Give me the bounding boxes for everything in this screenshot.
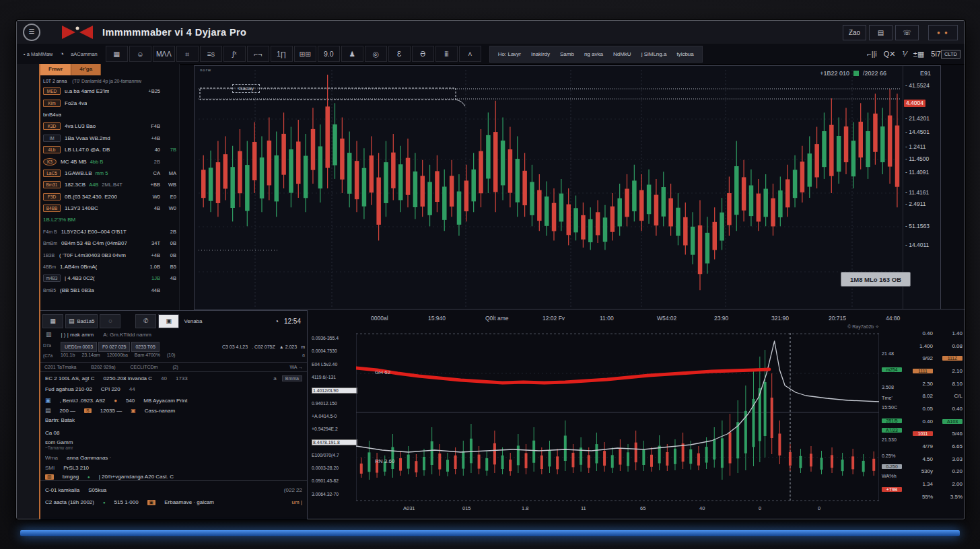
quote-a-row-9[interactable]: 4/79 (908, 440, 934, 453)
toolbar-icon-4[interactable]: ≡s (200, 46, 222, 62)
symbol-row-7[interactable]: LaC51GAWB.LBmm 5CAMA (40, 168, 179, 179)
symbol-row-9[interactable]: F3D0B.(03 342.430. E200W0E0 (40, 191, 179, 203)
toolbar-icon-15[interactable]: ˄ (459, 46, 481, 62)
quote-a-row-11[interactable]: 530y (908, 466, 934, 478)
symbol-row-14[interactable]: 1B3B( 'T0F L4m30403 0B3 04vm+4B0B (40, 249, 179, 260)
ob-info-button[interactable]: 1M8 MLo 163 OB (841, 272, 911, 287)
symbol-row-6[interactable]: K3MC 4B MB4bb B2B (40, 155, 179, 167)
quote-a-row-10[interactable]: 4.50 (908, 453, 934, 466)
quote-a-row-8[interactable]: 1011 (908, 428, 934, 441)
menu-item-0[interactable]: Ho: Lavyr (498, 51, 521, 57)
white-square-button[interactable]: ▣ (158, 314, 179, 328)
menu-item-6[interactable]: tylcbua (676, 51, 693, 57)
menu-item-3[interactable]: ng avka (584, 51, 603, 57)
toolbar-right-icon-1[interactable]: Q✕ (884, 50, 896, 59)
symbol-row-1[interactable]: KimFo2a 4va (40, 97, 179, 108)
quote-a-row-7[interactable]: 0.40 (908, 415, 934, 428)
toolbar-icon-11[interactable]: ◎ (365, 46, 387, 62)
toolbar-left-icon[interactable]: ◔ (60, 50, 65, 58)
toolbar-icon-10[interactable]: ♟ (341, 46, 363, 62)
symbol-row-4[interactable]: IM1Ba Vvaa WB.2md+4B (40, 133, 179, 144)
toolbar-icon-14[interactable]: ⅲ (435, 46, 458, 62)
quote-b-row-10[interactable]: 3.03 (938, 453, 964, 466)
symbol-row-15[interactable]: 4BBm1.AB4m 0BmA(1.0BB5 (40, 261, 179, 272)
quote-b-row-5[interactable]: C/L (938, 390, 964, 402)
table-view-button[interactable]: ▤Bad1a5 (65, 314, 98, 328)
tab-symbols[interactable]: Fmwr (40, 64, 71, 75)
symbol-row-16[interactable]: m4B3| 4.4B3 0C2(1JB4B (40, 272, 179, 284)
window-dots-button[interactable]: ● ● (928, 25, 958, 40)
toolbar-icon-1[interactable]: ☺ (129, 46, 151, 62)
terminal-text: ● (114, 398, 117, 404)
toolbar-icon-9[interactable]: 9.0 (318, 46, 340, 62)
window-button-1[interactable]: Ƶao (843, 25, 866, 40)
quote-b-row-4[interactable]: 8.10 (938, 377, 964, 390)
quote-b-row-8[interactable]: 5/46 (938, 428, 964, 441)
symbol-row-2[interactable]: bnB4va (40, 109, 179, 120)
quote-b-row-1[interactable]: 0.08 (938, 340, 964, 353)
candlestick-chart-canvas[interactable] (199, 70, 901, 307)
toolbar-icon-5[interactable]: ∫ˣ (223, 46, 246, 62)
toolbar-icon-13[interactable]: Ә (412, 46, 434, 62)
quote-b-row-6[interactable]: 0.40 (938, 402, 964, 415)
toolbar-right-icon-2[interactable]: ⅟ (903, 50, 907, 59)
tab-tick[interactable]: 4r'ga (71, 64, 101, 75)
quote-b-row-0[interactable]: 1.40 (938, 327, 964, 340)
window-button-3[interactable]: ☏ (895, 25, 919, 40)
symbol-row-12[interactable]: F4m B1L5Y2C4J E00--004 O'B1T2B (40, 226, 179, 237)
symbol-row-11[interactable]: 1B.L2'3% BM (40, 214, 179, 225)
quote-b-row-7[interactable]: A103 (938, 415, 964, 428)
quote-a-row-13[interactable]: 55% (908, 490, 934, 503)
quote-a-row-12[interactable]: 1.34 (908, 478, 934, 490)
quote-a-row-1[interactable]: 1.400 (908, 340, 934, 353)
toolbar-right-icon-3[interactable]: ±▦ (913, 50, 924, 59)
quote-b-row-12[interactable]: 2.00 (938, 478, 964, 490)
toolbar-icon-6[interactable]: ⌐¬ (247, 46, 269, 62)
secondary-left-label-9: E100/070(4.7 (312, 453, 355, 458)
circle-button[interactable]: ◌ (100, 314, 120, 328)
toolbar-right-icon-0[interactable]: ⌐||i (867, 50, 877, 58)
quote-b-row-3[interactable]: 2.10 (938, 365, 964, 377)
quote-a-row-2[interactable]: 9/92 (908, 352, 934, 365)
symbol-row-8[interactable]: Bm31182.3CBA4B2ML.B4T+BBWB (40, 179, 179, 190)
menu-item-4[interactable]: NdMkU (613, 51, 631, 57)
quote-a-row-6[interactable]: 0.05 (908, 402, 934, 415)
hamburger-menu-icon[interactable]: ☰ (23, 24, 40, 41)
terminal-text: ▣ (45, 397, 51, 404)
toolbar-icon-2[interactable]: ΜΛΛ (153, 46, 175, 62)
quote-b-row-9[interactable]: 6.65 (938, 440, 964, 453)
menu-item-2[interactable]: Samb (560, 51, 574, 57)
window-button-2[interactable]: ▤ (869, 25, 893, 40)
secondary-chart-panel[interactable]: © Ray7a02b ✧ 0.0936-355.40.0004.7530E04 … (310, 324, 906, 517)
main-chart-panel[interactable]: norw +1B22 010 /2022 66 E91 Gacay - 41.5… (194, 65, 941, 310)
terminal-header-cell-1[interactable]: F0 027 025 (98, 342, 130, 352)
quote-b-row-11[interactable]: 0.20 (938, 466, 964, 478)
toolbar-icon-0[interactable]: ▦ (106, 46, 128, 62)
toolbar-icon-12[interactable]: Ɛ (388, 46, 411, 62)
symbol-row-5[interactable]: 4LbLB LL4T.0 @A. DB407B (40, 144, 179, 155)
quote-b-row-2[interactable]: 111Z (938, 352, 964, 365)
menu-item-5[interactable]: j SiMLng.a (641, 51, 667, 57)
terminal-text: C-01 kamkalla (45, 487, 79, 493)
phone-icon[interactable]: ✆ (135, 314, 156, 328)
symbol-row-13[interactable]: BmBm0B4m 53 4B C4m (04mB0734T0B (40, 237, 179, 249)
quote-a-row-4[interactable]: 2.30 (908, 377, 934, 390)
grid-view-button[interactable]: ▦ (42, 314, 63, 328)
symbol-row-0[interactable]: MEDu.a ba 4amd E3'lm+B25 (40, 85, 179, 97)
symbol-row-17[interactable]: BmB5(BB 5B1 0B3a44B (40, 285, 179, 296)
symbol-row-10[interactable]: B4BB1L3Y3 140BC4BW0 (40, 203, 179, 214)
toolbar-icon-3[interactable]: ⌗ (176, 46, 199, 62)
toolbar-icon-8[interactable]: ⊞⊞ (294, 46, 316, 62)
symbol-row-3[interactable]: K3D4va LU3 BaoF4B (40, 120, 179, 132)
menu-item-1[interactable]: Inaklrdy (531, 51, 550, 57)
quote-a-row-0[interactable]: 0.40 (908, 327, 934, 340)
secondary-chart-canvas[interactable] (356, 333, 879, 501)
quote-a-row-3[interactable]: 1111 (908, 365, 934, 377)
quote-b-row-13[interactable]: 3.5% (938, 490, 964, 503)
quote-a-row-5[interactable]: 8.02 (908, 390, 934, 402)
terminal-header-cell-2[interactable]: 0233 T05 (131, 342, 159, 352)
toolbar-right-icon-4[interactable]: 5i7 (931, 50, 941, 58)
toolbar-icon-7[interactable]: 1∏ (271, 46, 293, 62)
toolbar-corner-badge[interactable]: CLTD (941, 50, 960, 59)
terminal-header-cell-0[interactable]: UED1m 0003 (61, 342, 97, 352)
